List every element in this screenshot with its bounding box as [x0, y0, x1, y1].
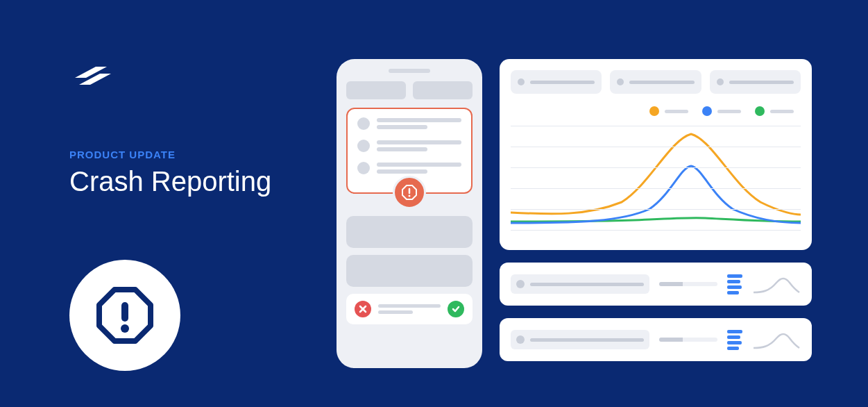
check-circle-icon	[448, 301, 464, 317]
legend-item-green	[755, 106, 794, 116]
page-title: Crash Reporting	[69, 166, 312, 197]
logo-mark	[69, 56, 312, 93]
stat-card-placeholder	[511, 70, 602, 94]
alert-octagon-badge	[69, 260, 180, 371]
legend-item-blue	[702, 106, 741, 116]
legend-item-orange	[649, 106, 688, 116]
chart-lines	[511, 126, 801, 230]
chart-header-row	[511, 70, 801, 94]
text-placeholder	[378, 304, 441, 314]
sparkline-icon	[752, 327, 801, 352]
mini-bars-icon	[727, 274, 742, 294]
card-placeholder	[346, 255, 473, 287]
phone-footer-card	[346, 294, 473, 324]
chart-legend	[511, 106, 801, 116]
stat-row-card	[500, 318, 812, 361]
list-item	[357, 117, 461, 130]
svg-rect-1	[121, 302, 128, 322]
phone-tab-placeholder	[346, 81, 406, 99]
stat-card-placeholder	[610, 70, 701, 94]
eyebrow-label: PRODUCT UPDATE	[69, 149, 312, 160]
alert-badge-icon	[393, 176, 426, 209]
card-placeholder	[346, 216, 473, 248]
mini-bars-icon	[727, 330, 742, 350]
chart-plot-area	[511, 126, 801, 230]
phone-tabs	[346, 81, 473, 99]
stat-card-placeholder	[710, 70, 801, 94]
stat-row-card	[500, 263, 812, 306]
avatar-placeholder	[357, 140, 370, 152]
alert-octagon-icon	[94, 284, 156, 347]
svg-point-5	[409, 195, 411, 197]
stat-label-placeholder	[511, 274, 649, 294]
phone-error-card	[346, 108, 473, 194]
progress-bar	[659, 338, 717, 342]
phone-mockup	[337, 59, 482, 368]
progress-bar	[659, 282, 717, 286]
text-placeholder	[377, 140, 461, 151]
phone-notch	[389, 69, 430, 73]
list-item	[357, 162, 461, 174]
avatar-placeholder	[357, 117, 370, 130]
hero-text-section: PRODUCT UPDATE Crash Reporting	[69, 56, 312, 371]
phone-tab-placeholder	[413, 81, 473, 99]
text-placeholder	[377, 163, 461, 174]
stat-label-placeholder	[511, 330, 649, 349]
chart-panel	[500, 59, 812, 250]
text-placeholder	[377, 118, 461, 129]
x-circle-icon	[355, 301, 371, 317]
avatar-placeholder	[357, 162, 370, 174]
list-item	[357, 140, 461, 152]
svg-point-2	[121, 324, 129, 333]
sparkline-icon	[752, 272, 801, 297]
